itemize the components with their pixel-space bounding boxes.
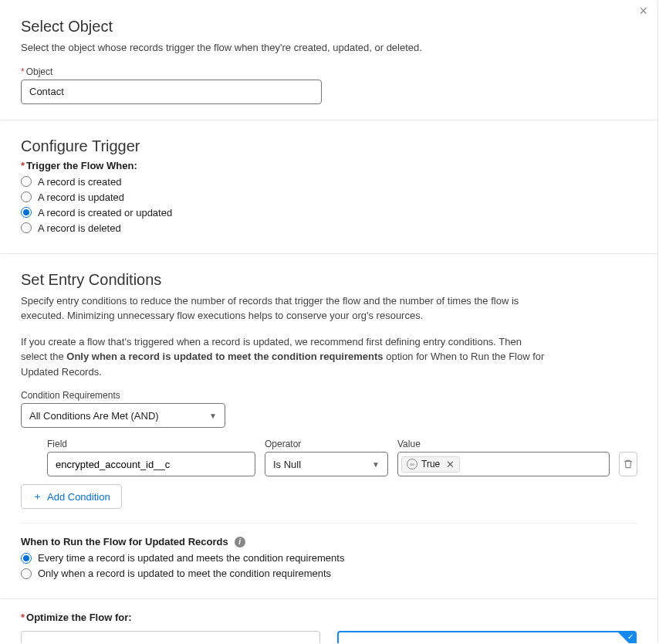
condition-value-input[interactable]: ∞ True ✕ bbox=[397, 452, 610, 476]
trash-icon bbox=[623, 459, 634, 469]
close-icon[interactable]: × bbox=[639, 4, 647, 18]
entry-conditions-title: Set Entry Conditions bbox=[21, 271, 637, 289]
trigger-option-label: A record is created or updated bbox=[38, 207, 172, 219]
operator-value: Is Null bbox=[273, 459, 301, 470]
section-configure-trigger: Configure Trigger Trigger the Flow When:… bbox=[1, 120, 657, 254]
trigger-option-label: A record is created bbox=[38, 176, 121, 188]
chevron-down-icon: ▼ bbox=[372, 460, 380, 469]
trigger-option-created[interactable]: A record is created bbox=[21, 176, 637, 188]
section-entry-conditions: Set Entry Conditions Specify entry condi… bbox=[1, 254, 657, 599]
trigger-when-group: A record is created A record is updated … bbox=[21, 176, 637, 234]
radio-icon-selected bbox=[21, 207, 32, 218]
card-fast-field-updates[interactable]: Fast Field Updates Update fields on the … bbox=[21, 631, 320, 643]
info-icon[interactable]: i bbox=[235, 537, 245, 547]
config-scroll: Select Object Select the object whose re… bbox=[1, 1, 658, 643]
value-pill: ∞ True ✕ bbox=[401, 456, 460, 473]
radio-icon bbox=[21, 192, 32, 202]
condition-operator-select[interactable]: Is Null ▼ bbox=[265, 452, 388, 476]
field-label: Field bbox=[47, 439, 255, 449]
object-input[interactable] bbox=[21, 80, 322, 104]
when-run-option-label: Only when a record is updated to meet th… bbox=[38, 568, 331, 579]
section-select-object: Select Object Select the object whose re… bbox=[1, 1, 657, 120]
trigger-option-deleted[interactable]: A record is deleted bbox=[21, 222, 637, 234]
radio-icon bbox=[21, 568, 32, 579]
trigger-option-label: A record is updated bbox=[38, 192, 124, 203]
card-actions-and-related-records[interactable]: Actions and Related Records Update any r… bbox=[337, 631, 637, 643]
when-to-run-title: When to Run the Flow for Updated Records… bbox=[21, 536, 637, 547]
radio-icon bbox=[21, 176, 32, 187]
trigger-option-created-or-updated[interactable]: A record is created or updated bbox=[21, 207, 637, 219]
entry-conditions-desc-2: If you create a flow that's triggered wh… bbox=[21, 334, 546, 380]
radio-icon bbox=[21, 222, 32, 233]
chevron-down-icon: ▼ bbox=[209, 412, 217, 420]
when-run-option-only-updated[interactable]: Only when a record is updated to meet th… bbox=[21, 568, 637, 579]
value-pill-text: True bbox=[421, 459, 440, 469]
condition-req-label: Condition Requirements bbox=[21, 390, 637, 401]
selected-corner-icon bbox=[618, 632, 635, 643]
value-label: Value bbox=[397, 439, 610, 449]
object-label: Object bbox=[21, 66, 637, 77]
optimize-label: Optimize the Flow for: bbox=[21, 612, 637, 623]
trigger-option-label: A record is deleted bbox=[38, 222, 121, 234]
optimize-cards: Fast Field Updates Update fields on the … bbox=[21, 631, 637, 643]
condition-field-input[interactable] bbox=[47, 452, 255, 476]
card-title: Fast Field Updates bbox=[35, 642, 306, 643]
when-run-option-label: Every time a record is updated and meets… bbox=[38, 552, 344, 564]
remove-pill-icon[interactable]: ✕ bbox=[446, 459, 455, 470]
select-object-title: Select Object bbox=[21, 18, 637, 36]
add-condition-button[interactable]: ＋ Add Condition bbox=[21, 484, 122, 509]
when-run-option-every-time[interactable]: Every time a record is updated and meets… bbox=[21, 552, 637, 564]
trigger-when-label: Trigger the Flow When: bbox=[21, 160, 637, 171]
plus-icon: ＋ bbox=[32, 490, 42, 503]
select-object-desc: Select the object whose records trigger … bbox=[21, 40, 546, 56]
add-condition-label: Add Condition bbox=[47, 491, 110, 503]
entry-conditions-desc-1: Specify entry conditions to reduce the n… bbox=[21, 293, 546, 324]
condition-req-select[interactable]: All Conditions Are Met (AND) ▼ bbox=[21, 403, 225, 428]
configure-trigger-title: Configure Trigger bbox=[21, 137, 637, 155]
when-to-run-group: Every time a record is updated and meets… bbox=[21, 552, 637, 579]
link-icon: ∞ bbox=[407, 459, 417, 469]
condition-req-value: All Conditions Are Met (AND) bbox=[29, 410, 159, 422]
condition-row: Field Operator Is Null ▼ Value ∞ Tr bbox=[47, 439, 637, 476]
section-optimize: Optimize the Flow for: Fast Field Update… bbox=[1, 598, 657, 643]
trigger-option-updated[interactable]: A record is updated bbox=[21, 192, 637, 203]
delete-condition-button[interactable] bbox=[619, 452, 637, 476]
radio-icon-selected bbox=[21, 553, 32, 564]
operator-label: Operator bbox=[265, 439, 388, 449]
